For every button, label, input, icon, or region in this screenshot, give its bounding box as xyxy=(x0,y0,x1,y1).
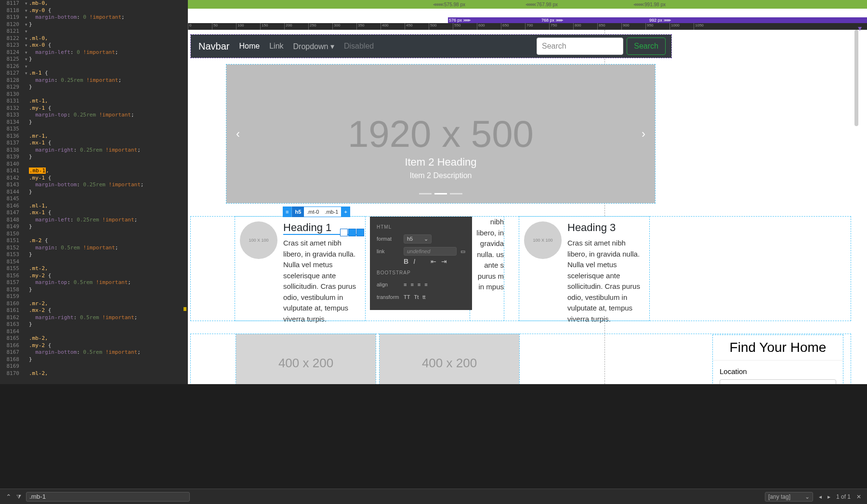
text-lowercase-button[interactable]: tt xyxy=(422,294,425,300)
text-capitalize-button[interactable]: Tt xyxy=(414,294,419,300)
search-button[interactable]: Search xyxy=(627,38,666,55)
line-number-gutter: 8117811881198120812181228123812481258126… xyxy=(0,0,23,384)
align-left-icon[interactable]: ≡ xyxy=(404,282,407,287)
status-bar: ⌃ ⧩ [any tag]⌄ ◂ ▸ 1 of 1 ✕ xyxy=(0,489,867,504)
breakpoint-bar-max[interactable]: <<<<< 575.98 px <<<<< 767.98 px <<<<< 99… xyxy=(188,0,867,9)
anchor-button[interactable] xyxy=(356,229,364,236)
bp-min-768[interactable]: 768 px >>>> xyxy=(540,17,569,23)
caret-down-icon: ▾ xyxy=(330,42,334,51)
breakpoint-bar-min[interactable]: 576 px >>>> 768 px >>>> 992 px >>>> xyxy=(448,17,867,23)
carousel-indicator[interactable] xyxy=(450,193,462,194)
carousel-indicator-active[interactable] xyxy=(434,193,447,194)
media-card[interactable]: 100 X 100 Heading 3 Cras sit amet nibh l… xyxy=(519,217,649,321)
chevron-right-icon: >>>> xyxy=(463,18,470,23)
nav-link-link[interactable]: Link xyxy=(269,42,283,51)
chevron-down-icon: ⌄ xyxy=(805,493,810,500)
media-cards-row: 100 X 100 Heading 1 Cras sit amet nibh l… xyxy=(191,217,851,321)
carousel-prev-icon[interactable]: ‹ xyxy=(236,127,240,141)
bp-min-576[interactable]: 576 px >>>> xyxy=(448,17,477,23)
element-class-chip[interactable]: .mt-0 xyxy=(304,207,322,217)
chevron-left-icon: <<<<< xyxy=(433,2,443,7)
indent-right-icon[interactable]: ⇥ xyxy=(441,258,447,265)
card-heading[interactable]: Heading 3 xyxy=(567,221,644,234)
anchor-button[interactable] xyxy=(340,229,348,236)
chevron-left-icon: <<<<< xyxy=(633,2,643,7)
placeholder-image: 400 x 200 xyxy=(236,334,376,384)
bold-button[interactable]: B xyxy=(404,258,408,265)
anchor-button[interactable] xyxy=(348,229,356,236)
drag-handle-icon[interactable]: ≡ xyxy=(283,207,292,217)
align-right-icon[interactable]: ≡ xyxy=(418,282,420,287)
section-title-html: HTML xyxy=(377,224,465,230)
text-uppercase-button[interactable]: TT xyxy=(404,294,410,300)
italic-button[interactable]: I xyxy=(413,258,415,265)
anchor-buttons[interactable] xyxy=(340,229,364,236)
media-card-partial[interactable]: nibh libero, in gravida nulla. us ante s… xyxy=(470,217,504,321)
bp-max-768[interactable]: <<<<< 767.98 px xyxy=(465,0,558,9)
align-label: align xyxy=(377,282,400,287)
format-select[interactable]: h5⌄ xyxy=(404,234,432,244)
filter-icon[interactable]: ⧩ xyxy=(16,493,21,500)
location-select[interactable]: Any ⌄ xyxy=(720,379,836,384)
card-text[interactable]: Cras sit amet nibh libero, in gravida nu… xyxy=(283,238,360,324)
element-tag-button[interactable]: h5 xyxy=(292,207,304,217)
carousel-hero[interactable]: 1920 x 500 Item 2 Heading Item 2 Descrip… xyxy=(226,65,655,203)
result-count: 1 of 1 xyxy=(836,493,851,500)
bp-min-992[interactable]: 992 px >>>> xyxy=(648,17,677,23)
align-center-icon[interactable]: ≡ xyxy=(410,282,413,287)
close-icon[interactable]: ✕ xyxy=(856,493,861,500)
carousel-indicator[interactable] xyxy=(419,193,432,194)
placeholder-image: 400 x 200 xyxy=(380,334,519,384)
code-editor-panel: 8117811881198120812181228123812481258126… xyxy=(0,0,188,384)
preview-scrollbar[interactable] xyxy=(854,30,858,126)
find-input[interactable] xyxy=(26,492,190,502)
nav-link-dropdown[interactable]: Dropdown ▾ xyxy=(293,42,334,51)
link-label: link xyxy=(377,248,400,254)
nav-link-home[interactable]: Home xyxy=(239,42,260,51)
navbar[interactable]: Navbar Home Link Dropdown ▾ Disabled Sea… xyxy=(191,35,671,58)
folder-icon[interactable]: ▭ xyxy=(460,248,465,255)
ruler-area: <<<<< 575.98 px <<<<< 767.98 px <<<<< 99… xyxy=(188,0,867,29)
find-home-title: Find Your Home xyxy=(713,335,843,361)
carousel-caption-heading: Item 2 Heading xyxy=(405,156,476,168)
transform-label: transform xyxy=(377,294,400,300)
search-input[interactable]: Search xyxy=(537,38,623,55)
card-text: nibh libero, in gravida nulla. us ante s… xyxy=(470,217,504,293)
chevron-right-icon: >>>> xyxy=(664,18,670,23)
chevron-down-icon: ⌄ xyxy=(424,236,428,242)
next-result-icon[interactable]: ▸ xyxy=(828,493,830,500)
bottom-spacer xyxy=(0,400,867,489)
nav-link-disabled: Disabled xyxy=(344,42,374,51)
image-card[interactable]: 400 x 200 Card title xyxy=(380,334,519,384)
add-class-button[interactable]: + xyxy=(341,207,350,217)
tag-filter-select[interactable]: [any tag]⌄ xyxy=(765,492,813,502)
chevron-left-icon: <<<<< xyxy=(525,2,535,7)
element-class-chip[interactable]: .mb-1 xyxy=(322,207,341,217)
indent-left-icon[interactable]: ⇤ xyxy=(431,258,436,265)
link-input[interactable]: undefined xyxy=(404,247,457,256)
bp-max-576[interactable]: <<<<< 575.98 px xyxy=(188,0,465,9)
bp-max-992[interactable]: <<<<< 991.98 px xyxy=(558,0,666,9)
section-title-bootstrap: BOOTSTRAP xyxy=(377,270,465,275)
navbar-brand[interactable]: Navbar xyxy=(198,41,229,52)
card-text[interactable]: Cras sit amet nibh libero, in gravida nu… xyxy=(567,238,644,324)
properties-popup[interactable]: HTML format h5⌄ link undefined ▭ B I ⇤ ⇥… xyxy=(370,217,472,310)
placeholder-image: 100 X 100 xyxy=(524,221,562,259)
element-toolbar[interactable]: ≡ h5 .mt-0 .mb-1 + xyxy=(283,207,350,217)
code-body[interactable]: .mb-0,.my-0 { margin-bottom: 0 !importan… xyxy=(29,0,188,377)
format-label: format xyxy=(377,236,400,242)
preview-content[interactable]: Navbar Home Link Dropdown ▾ Disabled Sea… xyxy=(188,30,854,384)
chevron-up-icon[interactable]: ⌃ xyxy=(6,493,12,501)
carousel-next-icon[interactable]: › xyxy=(642,127,645,141)
minimap-highlight-marker xyxy=(184,307,186,311)
chevron-right-icon: >>>> xyxy=(556,18,563,23)
location-label: Location xyxy=(720,367,836,375)
preview-panel: <<<<< 575.98 px <<<<< 767.98 px <<<<< 99… xyxy=(188,0,867,384)
prev-result-icon[interactable]: ◂ xyxy=(819,493,822,500)
find-home-panel[interactable]: Find Your Home Location Any ⌄ xyxy=(713,335,843,384)
image-card[interactable]: 400 x 200 Card title xyxy=(236,334,376,384)
align-justify-icon[interactable]: ≡ xyxy=(424,282,427,287)
pixel-ruler[interactable]: 0501001502002503003504004505005506006507… xyxy=(188,23,867,30)
carousel-caption-desc: Item 2 Description xyxy=(410,171,472,180)
carousel-indicators xyxy=(419,193,462,194)
